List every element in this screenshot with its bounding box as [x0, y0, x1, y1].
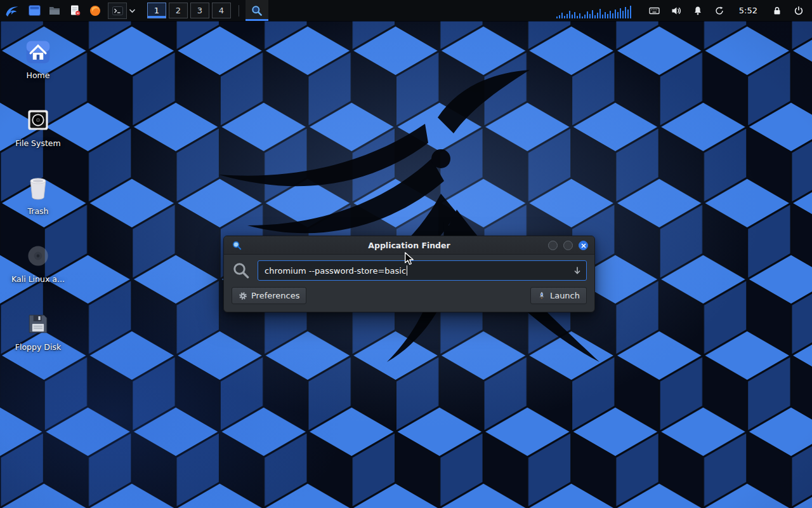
window-app-icon — [232, 240, 242, 251]
terminal-icon — [112, 6, 123, 15]
workspace-switcher: 1 2 3 4 — [147, 3, 231, 18]
launch-button[interactable]: Launch — [530, 287, 587, 304]
titlebar[interactable]: Application Finder — [224, 236, 594, 255]
desktop-icon-floppy-disk[interactable]: Floppy Disk — [8, 310, 69, 352]
speaker-icon — [671, 6, 681, 16]
finder-body: chromium --password-store=basic Preferen… — [224, 255, 594, 312]
update-circle-icon — [714, 6, 724, 16]
window-title: Application Finder — [368, 241, 450, 250]
home-icon — [24, 38, 52, 66]
chevron-down-icon — [129, 8, 136, 13]
gear-icon — [239, 291, 247, 300]
launch-icon — [537, 291, 546, 300]
buttons-row: Preferences Launch — [232, 287, 587, 304]
close-icon — [581, 243, 586, 248]
drive-icon — [24, 106, 52, 134]
desktop-icon-file-system[interactable]: File System — [8, 106, 69, 148]
launcher-file-manager[interactable] — [24, 0, 44, 21]
launch-label: Launch — [550, 291, 580, 300]
desktop-icon-home[interactable]: Home — [8, 38, 69, 80]
firefox-icon — [89, 5, 101, 17]
window-controls — [548, 241, 588, 250]
floppy-icon — [24, 310, 52, 338]
workspace-button-2[interactable]: 2 — [169, 3, 188, 18]
tray-lock-screen[interactable] — [771, 5, 783, 17]
top-panel: 1 2 3 4 — [0, 0, 812, 21]
applications-menu-button[interactable] — [0, 0, 24, 21]
tray-logout[interactable] — [793, 5, 804, 17]
lock-icon — [772, 6, 782, 16]
desktop-icon-label: Home — [27, 70, 50, 80]
search-row: chromium --password-store=basic — [232, 260, 587, 281]
workspace-button-4[interactable]: 4 — [212, 3, 231, 18]
document-icon — [70, 5, 81, 16]
blue-window-icon — [29, 5, 41, 16]
workspace-label: 2 — [176, 6, 181, 15]
trash-icon — [24, 174, 52, 202]
kali-disc-icon — [24, 242, 52, 270]
panel-right: 5:52 — [556, 3, 812, 18]
dropdown-arrow-icon[interactable] — [573, 266, 582, 275]
keyboard-icon — [649, 6, 660, 16]
tray-keyboard[interactable] — [649, 5, 660, 17]
desktop-icon-label: File System — [15, 138, 61, 148]
workspace-label: 1 — [154, 6, 159, 15]
audio-visualizer — [556, 3, 639, 18]
desktop-icon-label: Trash — [27, 206, 48, 216]
terminal-menu-button[interactable] — [127, 0, 137, 21]
search-icon — [232, 261, 251, 280]
maximize-button[interactable] — [563, 241, 573, 250]
logout-icon — [794, 6, 804, 16]
minimize-button[interactable] — [548, 241, 558, 250]
tray-notifications[interactable] — [692, 5, 704, 17]
command-text: chromium --password-store=basic — [265, 266, 406, 276]
clock[interactable]: 5:52 — [739, 6, 757, 15]
desktop-icon-label: Floppy Disk — [15, 342, 61, 352]
bell-icon — [693, 6, 703, 16]
application-finder-window: Application Finder chromium --password-s… — [223, 236, 595, 312]
folder-icon — [49, 6, 60, 15]
launcher-firefox[interactable] — [85, 0, 105, 21]
tray-status[interactable] — [714, 5, 725, 17]
desktop-icon-trash[interactable]: Trash — [8, 174, 69, 216]
application-finder-icon — [251, 4, 263, 17]
desktop-icon-kali-disc[interactable]: Kali Linux a... — [8, 242, 69, 284]
kali-logo-icon — [4, 3, 20, 18]
taskbar-application-finder[interactable] — [246, 0, 268, 21]
command-input[interactable]: chromium --password-store=basic — [258, 260, 587, 281]
preferences-label: Preferences — [251, 291, 299, 300]
panel-separator — [239, 5, 239, 17]
workspace-button-1[interactable]: 1 — [147, 3, 166, 18]
launcher-text-editor[interactable] — [65, 0, 85, 21]
panel-left: 1 2 3 4 — [0, 0, 268, 21]
desktop-icon-label: Kali Linux a... — [11, 274, 65, 284]
tray-volume[interactable] — [671, 5, 682, 17]
workspace-label: 3 — [197, 6, 202, 15]
workspace-label: 4 — [219, 6, 224, 15]
preferences-button[interactable]: Preferences — [232, 287, 306, 304]
launcher-terminal[interactable] — [108, 3, 127, 19]
close-button[interactable] — [579, 241, 588, 250]
launcher-files[interactable] — [44, 0, 65, 21]
text-caret — [407, 265, 407, 276]
workspace-button-3[interactable]: 3 — [190, 3, 209, 18]
